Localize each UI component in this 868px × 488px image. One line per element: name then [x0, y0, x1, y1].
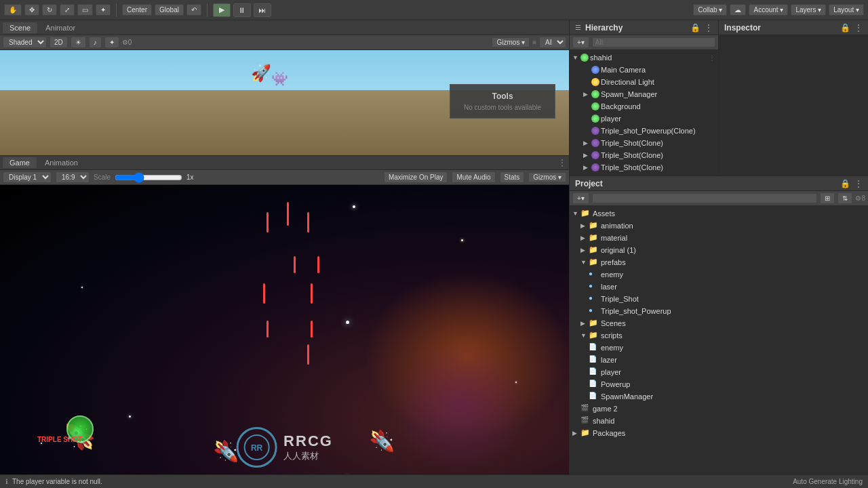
project-search[interactable] — [592, 193, 818, 203]
hier-root[interactable]: ▼ shahid ⋮ — [570, 52, 718, 64]
hierarchy-title: Hierarchy — [585, 23, 623, 33]
layout-button[interactable]: Layout ▾ — [829, 4, 864, 16]
hier-triple-clone-3[interactable]: ▶ Triple_Shot(Clone) — [570, 161, 718, 174]
hier-spawn-manager[interactable]: ▶ Spawn_Manager — [570, 88, 718, 100]
proj-prefab-laser[interactable]: ● laser — [570, 281, 868, 293]
proj-prefab-enemy[interactable]: ● enemy — [570, 268, 868, 281]
tools-panel: Tools No custom tools available — [450, 84, 555, 119]
proj-script-lazer[interactable]: 📄 lazer — [570, 354, 868, 366]
proj-material[interactable]: ▶ 📁 material — [570, 232, 868, 244]
proj-assets-label: Assets — [593, 209, 615, 218]
hier-triple-clone-1[interactable]: ▶ Triple_Shot(Clone) — [570, 137, 718, 149]
proj-packages[interactable]: ▶ 📁 Packages — [570, 427, 868, 439]
proj-enemy-icon: ● — [589, 270, 598, 279]
space-button[interactable]: Global — [155, 4, 184, 16]
tool-hand[interactable]: ✋ — [4, 4, 22, 16]
project-add[interactable]: +▾ — [572, 192, 589, 204]
proj-mat-arrow: ▶ — [580, 235, 589, 241]
mute-btn[interactable]: Mute Audio — [452, 171, 495, 183]
hierarchy-search[interactable] — [592, 37, 715, 47]
shading-dropdown[interactable]: Shaded — [3, 37, 47, 48]
maximize-btn[interactable]: Maximize On Play — [384, 171, 448, 183]
hier-background[interactable]: Background — [570, 100, 718, 113]
star-5 — [515, 382, 517, 383]
tab-animation[interactable]: Animation — [38, 157, 85, 168]
pause-button[interactable]: ⏸ — [233, 3, 251, 17]
proj-script-enemy[interactable]: 📄 enemy — [570, 342, 868, 354]
tool-multi[interactable]: ✦ — [96, 4, 111, 16]
stats-btn[interactable]: Stats — [500, 171, 525, 183]
inspector-lock[interactable]: 🔒 — [840, 23, 850, 33]
proj-script-player[interactable]: 📄 player — [570, 366, 868, 378]
hierarchy-icon: ☰ — [575, 24, 581, 31]
proj-prefabs[interactable]: ▼ 📁 prefabs — [570, 256, 868, 268]
collab-button[interactable]: Collab ▾ — [693, 4, 727, 16]
hierarchy-add[interactable]: +▾ — [572, 37, 589, 48]
proj-anim-label: animation — [601, 222, 633, 230]
star-1 — [353, 205, 355, 208]
proj-script-powerup-icon: 📄 — [589, 380, 598, 389]
proj-assets[interactable]: ▼ 📁 Assets — [570, 207, 868, 220]
project-menu[interactable]: ⋮ — [854, 179, 863, 188]
proj-game2[interactable]: 🎬 game 2 — [570, 403, 868, 415]
project-toolbar: +▾ ⊞ ⇅ ⚙8 — [570, 191, 868, 206]
fx-toggle[interactable]: ✦ — [104, 37, 119, 48]
tool-rotate[interactable]: ↻ — [42, 4, 57, 16]
hier-player[interactable]: player — [570, 113, 718, 125]
proj-original[interactable]: ▶ 📁 original (1) — [570, 244, 868, 256]
proj-scripts-icon: 📁 — [589, 331, 598, 340]
proj-scenes[interactable]: ▶ 📁 Scenes — [570, 317, 868, 329]
cloud-button[interactable]: ☁ — [730, 4, 746, 16]
hierarchy-menu[interactable]: ⋮ — [705, 23, 713, 33]
game-gizmos-btn[interactable]: Gizmos ▾ — [528, 172, 566, 182]
lights-toggle[interactable]: ☀ — [71, 37, 86, 48]
layers-button[interactable]: Layers ▾ — [791, 4, 826, 16]
scene-gizmos-btn[interactable]: Gizmos ▾ — [492, 37, 530, 47]
audio-toggle[interactable]: ♪ — [89, 37, 102, 48]
hier-light-icon — [591, 78, 599, 86]
hier-triple-clone-2[interactable]: ▶ Triple_Shot(Clone) — [570, 149, 718, 161]
proj-animation[interactable]: ▶ 📁 animation — [570, 220, 868, 232]
tool-rect[interactable]: ▭ — [77, 4, 93, 16]
hier-main-camera[interactable]: Main Camera — [570, 64, 718, 76]
proj-scripts-arrow: ▼ — [580, 332, 589, 339]
proj-scripts[interactable]: ▼ 📁 scripts — [570, 329, 868, 342]
tab-scene[interactable]: Scene — [3, 22, 37, 33]
hier-player-label: player — [601, 115, 621, 123]
project-sort[interactable]: ⇅ — [837, 192, 852, 204]
scene-view[interactable]: 🚀 👾 Tools No custom tools available — [0, 50, 569, 155]
proj-script-powerup[interactable]: 📄 Powerup — [570, 378, 868, 390]
project-view-toggle[interactable]: ⊞ — [820, 192, 835, 204]
account-button[interactable]: Account ▾ — [749, 4, 788, 16]
play-button[interactable]: ▶ — [213, 3, 231, 17]
project-lock[interactable]: 🔒 — [840, 179, 850, 188]
inspector-menu[interactable]: ⋮ — [854, 23, 863, 33]
proj-script-player-label: player — [601, 368, 621, 376]
proj-prefab-powerup[interactable]: ● Triple_shot_Powerup — [570, 305, 868, 317]
step-button[interactable]: ⏭ — [254, 3, 271, 17]
hier-triple-powerup[interactable]: Triple_shot_Powerup(Clone) — [570, 125, 718, 137]
hier-directional-light[interactable]: Directional Light — [570, 76, 718, 88]
proj-prefab-tripleshot[interactable]: ● Triple_Shot — [570, 293, 868, 305]
display-dropdown[interactable]: Display 1 — [3, 171, 52, 183]
game-tabs-menu[interactable]: ⋮ — [558, 158, 566, 167]
tab-animator[interactable]: Animator — [39, 22, 82, 33]
project-title: Project — [575, 179, 603, 188]
hierarchy-lock[interactable]: 🔒 — [690, 23, 701, 33]
laser-3 — [307, 212, 309, 232]
scale-slider[interactable] — [115, 172, 182, 183]
status-right[interactable]: Auto Generate Lighting — [793, 478, 863, 485]
proj-script-spawnmgr[interactable]: 📄 SpawnManager — [570, 390, 868, 403]
pivot-button[interactable]: Center — [122, 4, 152, 16]
proj-anim-arrow: ▶ — [580, 222, 589, 229]
tool-scale[interactable]: ⤢ — [60, 4, 75, 16]
undo-button[interactable]: ↶ — [186, 4, 201, 16]
hier-root-menu[interactable]: ⋮ — [709, 54, 715, 62]
scene-layers-dropdown[interactable]: All — [539, 37, 566, 48]
tab-game[interactable]: Game — [3, 157, 37, 168]
tool-move[interactable]: ✥ — [24, 4, 39, 16]
ratio-dropdown[interactable]: 16:9 — [56, 171, 90, 183]
proj-shahid[interactable]: 🎬 shahid — [570, 415, 868, 427]
2d-button[interactable]: 2D — [50, 37, 68, 48]
laser-6 — [263, 283, 265, 304]
